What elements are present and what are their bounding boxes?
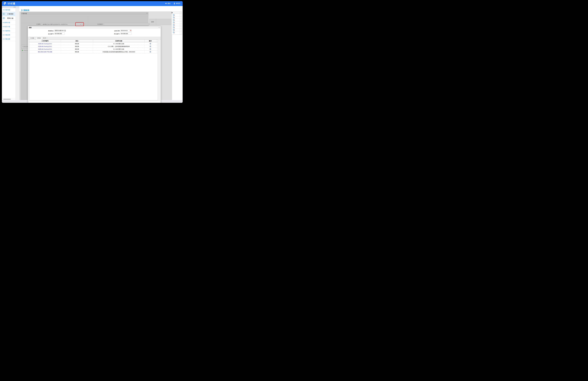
batch-label: 检验批次: [42, 30, 54, 32]
ops-panel-header: 操作: [171, 12, 182, 14]
remove-doc-icon[interactable]: [173, 24, 175, 26]
sidebar-item-label: 计量台帐: [4, 38, 10, 40]
sidebar-item-cailiao-jiliang[interactable]: 材料计量: [2, 21, 15, 25]
sidebar-item-jiliang-taizhang[interactable]: 计量台帐: [2, 37, 15, 41]
tab-label: 引用单: [37, 37, 41, 39]
table-row: S226-A1-5-a4-(a)-15-1 李桂海 C-1-40分项汇总表: [29, 48, 158, 51]
modal-table: 工作单编号 岗位 记录单名称 操作 S226-A1-5-a4-(a)-15-1 …: [29, 40, 158, 100]
print-icon[interactable]: [149, 51, 151, 53]
sidebar-horizontal-scrollbar: [2, 98, 15, 100]
sidebar-item-label: 计量审批: [4, 30, 10, 32]
sidebar-item-xiangguan-jiliang[interactable]: 相关计量: [2, 25, 15, 29]
title-accent-bar: [21, 9, 22, 11]
close-icon[interactable]: ×: [159, 26, 160, 28]
worksheet-code-link[interactable]: S226-A1-5-a4-(a)-15-1: [29, 48, 61, 50]
sidebar-item-jiliang-shezhi[interactable]: 计量设置: [2, 33, 15, 37]
sidebar-item-jiliang-tianbao[interactable]: 计量填报: [2, 12, 15, 16]
chevron-right-icon: [3, 22, 4, 23]
start-stake-input[interactable]: K9+358.000: [54, 33, 65, 35]
sidebar-item-label: 相关计量: [4, 26, 10, 28]
date-input[interactable]: 2019-04-16: [120, 29, 132, 32]
sidebar-item-feilv-jiliang[interactable]: 费率计量: [2, 16, 15, 21]
col-header-empty: [156, 40, 158, 42]
page-title-text: 计量填报: [22, 9, 29, 11]
sidebar-item-label: 材料计量: [4, 22, 10, 24]
table-row: [171, 29, 182, 31]
background-ops-panel: 操作: [171, 12, 182, 35]
remove-doc-icon[interactable]: [173, 32, 175, 33]
record-name-cell: C-1-40分项汇总表: [93, 42, 145, 45]
modal-title-bar: 查看 ×: [28, 26, 161, 29]
user-icon: [174, 2, 175, 5]
remove-doc-icon[interactable]: [173, 17, 175, 19]
tab-worksheet[interactable]: 工作单: [29, 37, 35, 39]
worksheet-code-link[interactable]: BG-2019-226-TYH-048: [29, 51, 61, 53]
table-row: S226-A1-5-a4-(a)-15-1 李桂海 C-1-40分项汇总表: [29, 42, 158, 45]
table-row: [171, 19, 182, 21]
table-row: [171, 16, 182, 19]
ops-header-label: 操作: [171, 12, 173, 14]
print-icon[interactable]: [149, 43, 151, 44]
monitor-icon: [3, 13, 5, 15]
col-header-name: 记录单名称: [93, 40, 145, 42]
chevron-right-icon: [3, 26, 4, 27]
user-menu[interactable]: 管理员: [174, 2, 180, 5]
chevron-right-icon: [3, 39, 4, 40]
worksheet-code-link[interactable]: S226-A1-5-a4-(a)-15-1: [29, 45, 61, 48]
modal-title: 查看: [29, 27, 32, 29]
page-title: 计量填报: [21, 9, 29, 11]
remove-doc-icon[interactable]: [173, 14, 175, 16]
end-stake-input[interactable]: K9+358.000: [120, 33, 132, 35]
user-label: 管理员: [176, 2, 180, 5]
notifications-button[interactable]: 通知: [165, 2, 170, 5]
chevron-right-icon: [3, 30, 4, 31]
view-modal: 查看 × 检验批次 栟茶河大桥10#-1立柱 业务日期 2019-04-16 起…: [28, 26, 161, 103]
tab-quoted[interactable]: 引用单: [36, 37, 42, 40]
sidebar-scrollbar-thumb[interactable]: [3, 99, 11, 100]
remove-doc-icon[interactable]: [173, 21, 175, 23]
remove-doc-icon[interactable]: [173, 19, 175, 21]
speaker-icon: [165, 3, 167, 5]
post-cell: 李桂海: [61, 45, 93, 48]
app-logo-icon: [3, 2, 7, 5]
modal-tabbar: 工作单 引用单 附 件: [28, 37, 161, 40]
calendar-icon[interactable]: [130, 30, 131, 32]
tab-label: 附 件: [43, 37, 46, 39]
table-row: [171, 14, 182, 16]
sidebar-menu: 计量填报 计量填报 费率计量: [2, 8, 15, 98]
tab-attachments[interactable]: 附 件: [42, 37, 47, 39]
record-name-cell: C-2-15墩、台身现场质量检验报告单: [93, 45, 145, 48]
app-window: 计付通 通知 管理员: [2, 1, 183, 103]
chevron-right-icon: [3, 34, 4, 36]
record-name-cell: C-1-40分项汇总表: [93, 48, 145, 50]
post-cell: 李桂海: [61, 48, 93, 50]
worksheet-code-link[interactable]: S226-A1-5-a4-(a)-15-1: [29, 42, 61, 45]
sidebar-item-label: 计量设置: [4, 34, 10, 36]
table-row: [171, 26, 182, 29]
sidebar-item-jiliang-shenpi[interactable]: 计量审批: [2, 29, 15, 33]
date-value: 2019-04-16: [121, 30, 127, 31]
table-row: BG-2019-226-TYH-048 李桂海 水泥混凝土抗压强度试验检测报告(…: [29, 51, 158, 53]
sidebar-item-jiliang-tianbao-group[interactable]: 计量填报: [2, 8, 15, 12]
sidebar-item-label: 计量填报: [7, 13, 13, 15]
remove-doc-icon[interactable]: [173, 26, 175, 28]
date-label: 业务日期: [108, 30, 120, 32]
monitor-icon: [3, 17, 5, 20]
remove-doc-icon[interactable]: [173, 29, 175, 31]
sidebar: 计量填报 计量填报 费率计量: [2, 6, 19, 100]
print-icon[interactable]: [149, 48, 151, 50]
sidebar-item-label: 计量填报: [4, 9, 10, 11]
table-row: S226-A1-5-a4-(a)-15-1 李桂海 C-2-15墩、台身现场质量…: [29, 45, 158, 48]
top-bar: 计付通 通知 管理员: [2, 1, 183, 6]
notifications-label: 通知: [168, 2, 170, 5]
app-name: 计付通: [8, 2, 15, 5]
table-row: [171, 24, 182, 26]
modal-fields: 检验批次 栟茶河大桥10#-1立柱 业务日期 2019-04-16 起点桩号 K…: [28, 29, 161, 37]
print-icon[interactable]: [149, 46, 151, 47]
batch-input[interactable]: 栟茶河大桥10#-1立柱: [54, 29, 66, 32]
sidebar-collapse-handle[interactable]: [2, 6, 19, 8]
end-stake-label: 终点桩号: [108, 33, 120, 35]
table-row: [171, 31, 182, 34]
table-header-row: 工作单编号 岗位 记录单名称 操作: [29, 40, 158, 42]
post-cell: 李桂海: [61, 42, 93, 45]
